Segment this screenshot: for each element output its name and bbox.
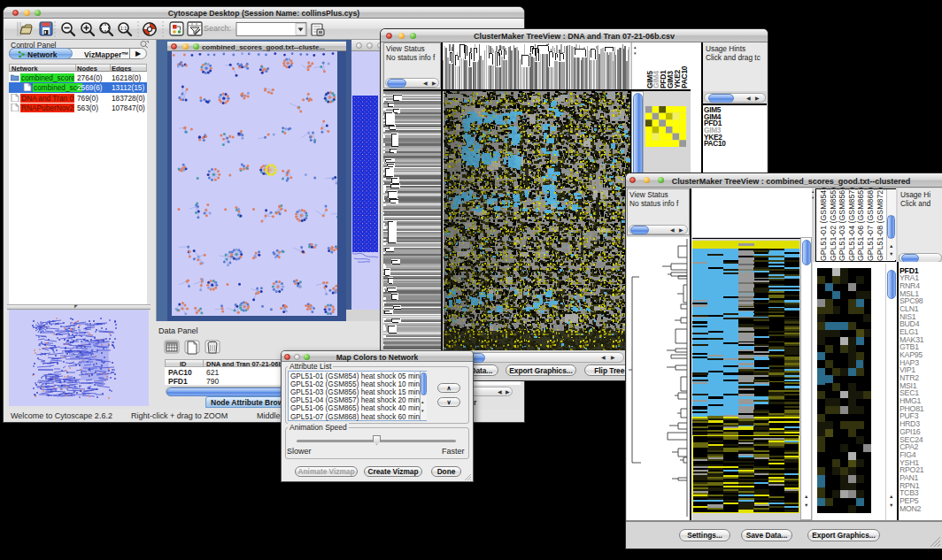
svg-text:1:1: 1:1 xyxy=(120,26,127,31)
svg-text:Search:: Search: xyxy=(204,24,231,33)
